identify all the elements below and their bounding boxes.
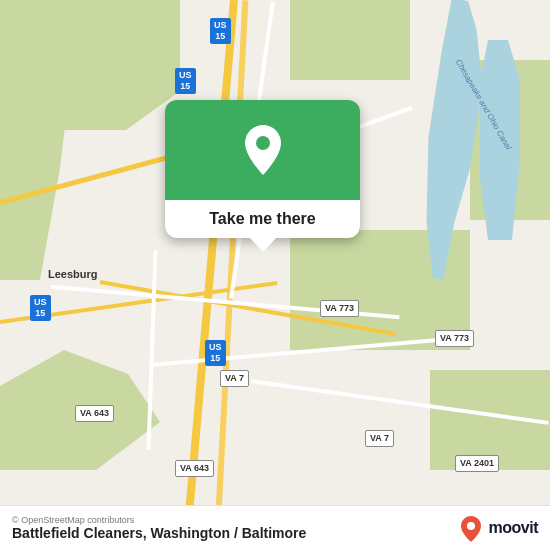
road-badge-va7-1: VA 7: [220, 370, 249, 387]
location-title: Battlefield Cleaners, Washington / Balti…: [12, 525, 306, 541]
road-badge-va643-2: VA 643: [175, 460, 214, 477]
map-container: Chesapeake and Ohio Canal Leesburg US15 …: [0, 0, 550, 550]
road-badge-va773-2: VA 773: [435, 330, 474, 347]
moovit-logo-icon: [457, 514, 485, 542]
svg-point-0: [256, 136, 270, 150]
location-tooltip: Take me there: [165, 100, 360, 238]
take-me-there-button[interactable]: Take me there: [165, 200, 360, 238]
road-badge-va2401: VA 2401: [455, 455, 499, 472]
bottom-bar: © OpenStreetMap contributors Battlefield…: [0, 505, 550, 550]
osm-attribution: © OpenStreetMap contributors: [12, 515, 306, 525]
svg-point-1: [467, 522, 475, 530]
location-pin-icon: [241, 123, 285, 177]
road-badge-us15-btm2: US15: [205, 340, 226, 366]
moovit-brand-text: moovit: [489, 519, 538, 537]
road-badge-va643-1: VA 643: [75, 405, 114, 422]
moovit-logo: moovit: [457, 514, 538, 542]
road-badge-va773-1: VA 773: [320, 300, 359, 317]
bottom-left: © OpenStreetMap contributors Battlefield…: [12, 515, 306, 541]
green-area: [290, 0, 410, 80]
road-badge-us15-top: US15: [210, 18, 231, 44]
tooltip-pin-area: [165, 100, 360, 200]
road-badge-va7-2: VA 7: [365, 430, 394, 447]
road-badge-us15-btm: US15: [30, 295, 51, 321]
leesburg-label: Leesburg: [48, 268, 98, 280]
road-badge-us15-mid: US15: [175, 68, 196, 94]
